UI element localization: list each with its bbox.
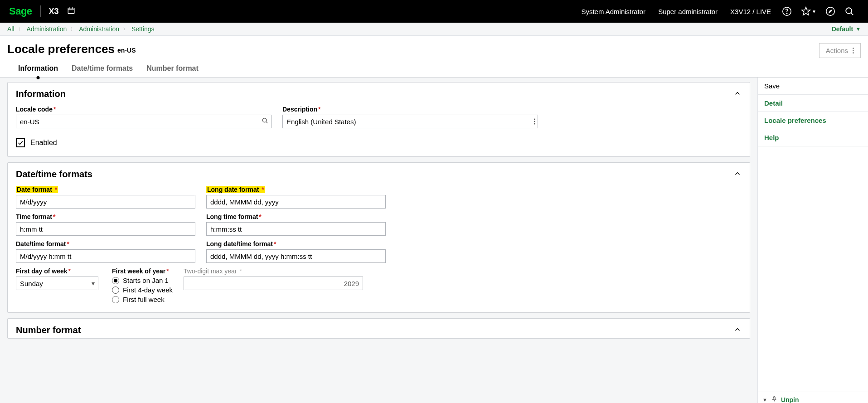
number-format-section: Number format <box>7 318 750 339</box>
topbar: Sage X3 System Administrator Super admin… <box>0 0 868 23</box>
tab-row: Information Date/time formats Number for… <box>0 58 868 78</box>
lookup-search-icon[interactable] <box>262 117 269 126</box>
compass-icon[interactable] <box>825 6 835 16</box>
actions-button[interactable]: Actions <box>819 43 861 58</box>
datetime-formats-section: Date/time formats Date format * Long dat… <box>7 162 750 313</box>
two-digit-max-year-label: Two-digit max year * <box>184 267 363 275</box>
right-panel-save[interactable]: Save <box>758 78 868 95</box>
datetime-format-input[interactable] <box>16 249 195 263</box>
svg-point-5 <box>786 13 787 14</box>
first-week-of-year-label: First week of year* <box>112 267 173 275</box>
enabled-label: Enabled <box>30 139 57 147</box>
long-datetime-format-label: Long date/time format* <box>206 240 386 248</box>
date-format-input[interactable] <box>16 195 195 209</box>
svg-line-12 <box>266 121 267 123</box>
time-format-label: Time format* <box>16 213 195 220</box>
datetime-format-label: Date/time format* <box>16 240 195 248</box>
first-day-of-week-select[interactable] <box>16 277 98 290</box>
system-admin-label[interactable]: System Administrator <box>581 8 645 15</box>
radio-icon <box>112 296 119 303</box>
chevron-down-icon[interactable]: ▼ <box>856 26 861 32</box>
collapse-icon[interactable] <box>733 325 742 335</box>
svg-point-11 <box>262 118 267 122</box>
locale-code-input[interactable] <box>16 115 272 128</box>
field-more-icon[interactable] <box>534 119 535 125</box>
long-datetime-format-input[interactable] <box>206 249 386 263</box>
radio-first-4-day-week[interactable]: First 4-day week <box>112 286 173 294</box>
crumb-settings[interactable]: Settings <box>131 25 155 33</box>
svg-marker-6 <box>802 7 810 15</box>
enabled-checkbox[interactable] <box>16 138 25 147</box>
radio-icon <box>112 277 119 284</box>
page-subtitle: en-US <box>117 47 136 54</box>
right-panel: Save Detail Locale preferences Help ▼ Un… <box>757 78 868 403</box>
first-week-radio-group: Starts on Jan 1 First 4-day week First f… <box>112 277 173 303</box>
long-date-format-input[interactable] <box>206 195 386 209</box>
page-title: Locale preferences <box>7 42 115 56</box>
long-time-format-input[interactable] <box>206 222 386 236</box>
crumb-administration-1[interactable]: Administration <box>27 25 67 33</box>
radio-icon <box>112 286 119 294</box>
breadcrumb: All 〉 Administration 〉 Administration 〉 … <box>0 23 868 36</box>
title-row: Locale preferences en-US Actions <box>0 36 868 58</box>
pin-icon[interactable] <box>771 396 777 403</box>
collapse-icon[interactable] <box>733 170 742 179</box>
favorite-star-icon[interactable]: ▼ <box>801 6 816 16</box>
long-time-format-label: Long time format* <box>206 213 386 220</box>
help-icon[interactable] <box>782 6 792 16</box>
unpin-button[interactable]: Unpin <box>781 396 799 403</box>
crumb-all[interactable]: All <box>7 25 15 33</box>
chevron-right-icon: 〉 <box>70 26 75 33</box>
svg-line-10 <box>851 13 853 15</box>
search-icon[interactable] <box>844 6 854 16</box>
section-title-datetime: Date/time formats <box>16 169 92 180</box>
svg-point-9 <box>846 8 852 14</box>
product-name[interactable]: X3 <box>49 7 59 16</box>
information-section: Information Locale code* Descripti <box>7 82 750 157</box>
right-panel-footer: ▼ Unpin <box>758 392 868 403</box>
long-date-format-label: Long date format * <box>206 186 265 193</box>
description-input[interactable] <box>282 115 538 128</box>
locale-code-label: Locale code* <box>16 106 272 113</box>
date-format-label: Date format * <box>16 186 58 193</box>
default-dropdown[interactable]: Default <box>832 25 853 33</box>
radio-first-full-week[interactable]: First full week <box>112 296 173 303</box>
chevron-right-icon: 〉 <box>123 26 128 33</box>
time-format-input[interactable] <box>16 222 195 236</box>
collapse-icon[interactable] <box>733 89 742 99</box>
tab-number-format[interactable]: Number format <box>146 64 199 77</box>
calendar-icon[interactable] <box>67 6 75 17</box>
chevron-down-icon[interactable]: ▼ <box>762 397 767 403</box>
tab-datetime-formats[interactable]: Date/time formats <box>72 64 133 77</box>
chevron-right-icon: 〉 <box>18 26 23 33</box>
description-label: Description* <box>282 106 538 113</box>
first-day-of-week-label: First day of week* <box>16 267 98 275</box>
crumb-administration-2[interactable]: Administration <box>79 25 119 33</box>
section-title-information: Information <box>16 89 66 99</box>
sage-logo[interactable]: Sage <box>9 5 32 17</box>
right-panel-detail[interactable]: Detail <box>758 95 868 112</box>
content-area[interactable]: Information Locale code* Descripti <box>0 78 757 403</box>
two-digit-max-year-input[interactable] <box>184 277 363 290</box>
tab-information[interactable]: Information <box>18 64 58 77</box>
super-admin-label[interactable]: Super administrator <box>658 8 718 15</box>
logo-divider <box>40 5 41 17</box>
actions-label: Actions <box>826 47 848 54</box>
more-dots-icon <box>853 48 854 53</box>
svg-marker-8 <box>829 10 832 13</box>
radio-starts-jan-1[interactable]: Starts on Jan 1 <box>112 277 173 284</box>
right-panel-locale-preferences[interactable]: Locale preferences <box>758 112 868 129</box>
section-title-number-format: Number format <box>16 325 81 335</box>
right-panel-help[interactable]: Help <box>758 129 868 146</box>
environment-label[interactable]: X3V12 / LIVE <box>730 8 771 15</box>
svg-rect-0 <box>68 8 74 13</box>
